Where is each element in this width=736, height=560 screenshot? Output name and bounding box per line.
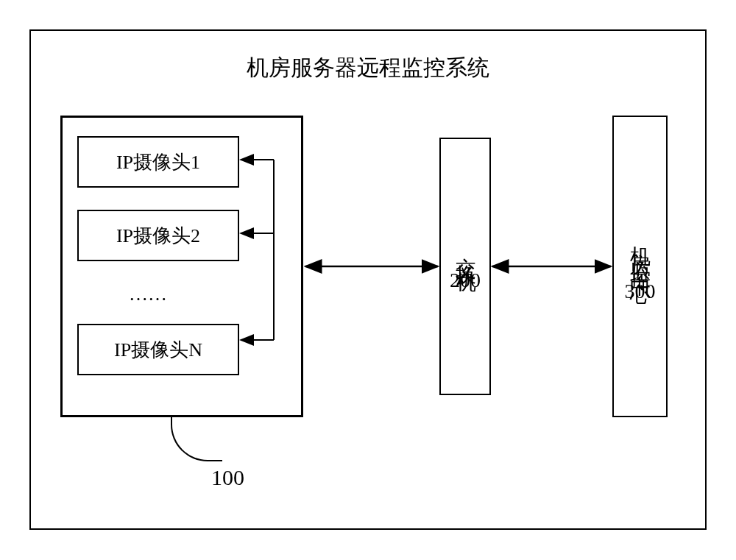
switch-label: 交换机 bbox=[451, 241, 479, 263]
diagram-frame: 机房服务器远程监控系统 IP摄像头1 IP摄像头2 …… IP摄像头N 100 … bbox=[29, 29, 707, 530]
label-100-leader-line bbox=[171, 417, 222, 461]
ip-camera-2: IP摄像头2 bbox=[77, 210, 239, 261]
ip-camera-1: IP摄像头1 bbox=[77, 136, 239, 188]
ip-camera-group: IP摄像头1 IP摄像头2 …… IP摄像头N bbox=[60, 116, 303, 417]
camera-group-number: 100 bbox=[211, 465, 244, 490]
monitor-number: 300 bbox=[625, 280, 656, 303]
ip-camera-n: IP摄像头N bbox=[77, 324, 239, 375]
switch-box: 交换机 200 bbox=[439, 138, 491, 395]
diagram-title: 机房服务器远程监控系统 bbox=[31, 53, 705, 83]
ellipsis: …… bbox=[129, 283, 286, 305]
switch-number: 200 bbox=[450, 269, 481, 292]
monitor-center-box: 机房监控中心 300 bbox=[612, 116, 668, 417]
monitor-label: 机房监控中心 bbox=[626, 230, 654, 274]
